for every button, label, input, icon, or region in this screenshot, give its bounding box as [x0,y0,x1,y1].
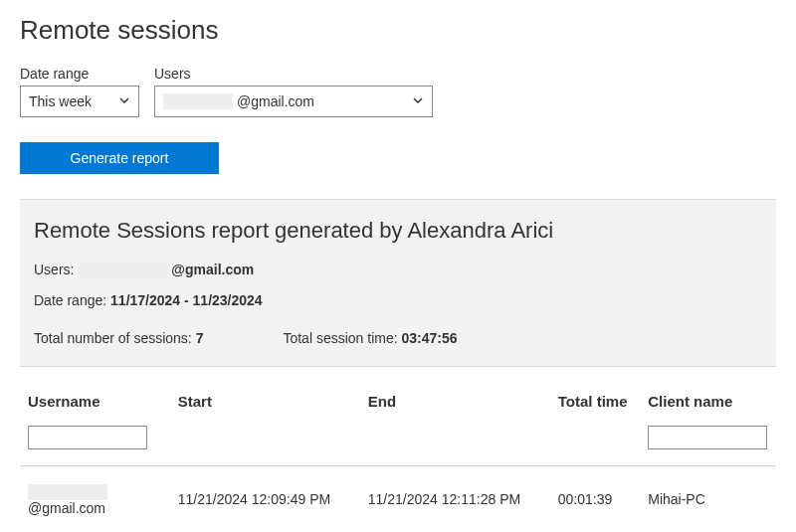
total-sessions-stat: Total number of sessions: 7 [34,330,203,346]
report-daterange-value: 11/17/2024 - 11/23/2024 [110,292,263,308]
date-range-label: Date range [20,66,139,82]
date-range-value: This week [29,93,92,109]
report-daterange-label: Date range: [34,292,106,308]
report-header: Remote Sessions report generated by Alex… [20,199,776,367]
cell-start: 11/21/2024 12:09:49 PM [170,466,360,532]
redacted-block [78,263,167,278]
redacted-block [28,484,107,500]
col-header-username[interactable]: Username [20,375,170,420]
total-sessions-label: Total number of sessions: [34,330,192,346]
report-users-line: Users: @gmail.com [34,262,762,278]
report-users-value: @gmail.com [171,262,254,277]
table-filter-row [20,420,776,466]
col-header-total-time[interactable]: Total time [550,375,640,420]
users-filter: Users @gmail.com [154,66,433,117]
users-select[interactable]: @gmail.com [154,86,433,117]
col-header-client-name[interactable]: Client name [640,375,776,420]
filter-bar: Date range This week Users @gmail.com [20,66,776,117]
cell-total-time: 00:01:39 [550,466,640,532]
cell-client-name: Mihai-PC [640,466,776,532]
report-users-label: Users: [34,262,74,277]
users-label: Users [154,66,433,82]
client-name-filter-input[interactable] [648,426,767,449]
cell-username: @gmail.com [20,466,170,532]
col-header-start[interactable]: Start [170,375,360,420]
date-range-filter: Date range This week [20,66,139,117]
col-header-end[interactable]: End [360,375,550,420]
page-title: Remote sessions [20,15,776,46]
sessions-table: Username Start End Total time Client nam… [20,375,776,531]
chevron-down-icon [118,93,130,109]
username-filter-input[interactable] [28,426,147,449]
generate-report-button[interactable]: Generate report [20,142,219,174]
cell-end: 11/21/2024 12:11:28 PM [360,466,550,532]
users-select-value: @gmail.com [237,93,314,109]
table-header-row: Username Start End Total time Client nam… [20,375,776,420]
redacted-block [163,93,233,109]
report-stats: Total number of sessions: 7 Total sessio… [34,330,762,346]
report-title: Remote Sessions report generated by Alex… [34,218,762,244]
chevron-down-icon [412,93,424,109]
total-time-stat: Total session time: 03:47:56 [283,330,457,346]
cell-username-suffix: @gmail.com [28,500,105,516]
total-time-value: 03:47:56 [402,330,458,346]
table-row: @gmail.com 11/21/2024 12:09:49 PM 11/21/… [20,466,776,532]
total-sessions-value: 7 [196,330,204,346]
report-daterange-line: Date range: 11/17/2024 - 11/23/2024 [34,292,762,308]
total-time-label: Total session time: [283,330,397,346]
date-range-select[interactable]: This week [20,86,139,117]
